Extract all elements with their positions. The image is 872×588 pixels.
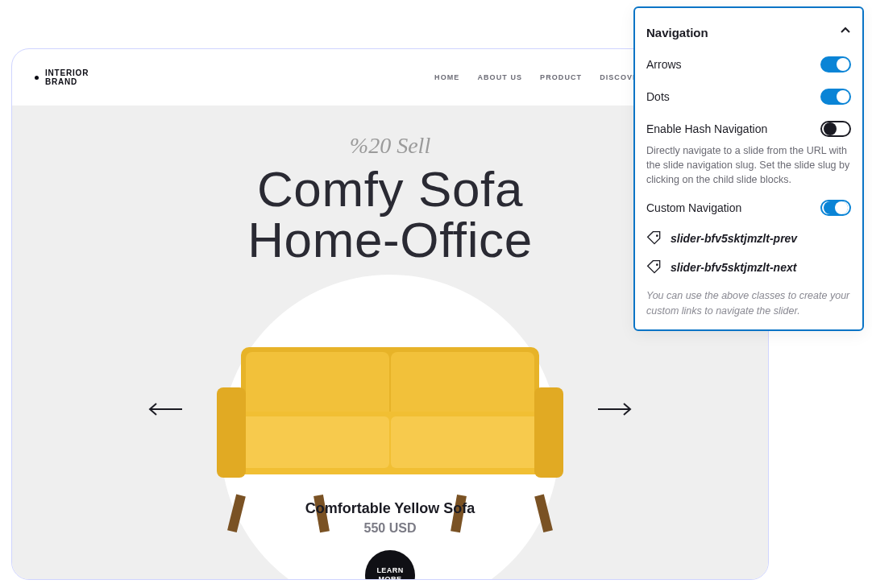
menu-item-product[interactable]: PRODUCT bbox=[540, 73, 582, 81]
brand[interactable]: INTERIOR BRAND bbox=[35, 68, 89, 86]
arrow-right-icon bbox=[596, 403, 632, 416]
menu-item-home[interactable]: HOME bbox=[434, 73, 459, 81]
dots-label: Dots bbox=[646, 90, 670, 103]
brand-text: INTERIOR BRAND bbox=[45, 68, 89, 86]
dots-toggle[interactable] bbox=[820, 89, 851, 105]
next-class-name[interactable]: slider-bfv5sktjmzlt-next bbox=[671, 261, 796, 274]
svg-point-3 bbox=[656, 264, 658, 267]
menu-item-about[interactable]: ABOUT US bbox=[477, 73, 522, 81]
custom-nav-hint: You can use the above classes to create … bbox=[646, 288, 851, 317]
collapse-panel-button[interactable] bbox=[840, 25, 851, 39]
prev-class-row: slider-bfv5sktjmzlt-prev bbox=[646, 224, 851, 253]
brand-dot-icon bbox=[35, 76, 39, 80]
slider-prev-arrow[interactable] bbox=[147, 402, 185, 416]
promo-text: %20 Sell bbox=[350, 133, 430, 159]
product-name: Comfortable Yellow Sofa bbox=[305, 500, 475, 517]
hash-nav-label: Enable Hash Navigation bbox=[646, 122, 767, 135]
arrow-left-icon bbox=[148, 403, 184, 416]
next-class-row: slider-bfv5sktjmzlt-next bbox=[646, 253, 851, 282]
panel-title: Navigation bbox=[646, 26, 708, 39]
hash-nav-description: Directly navigate to a slide from the UR… bbox=[646, 143, 851, 187]
product-price: 550 USD bbox=[364, 521, 417, 536]
tag-icon bbox=[646, 259, 662, 275]
arrows-toggle[interactable] bbox=[820, 56, 851, 72]
hero-heading: Comfy Sofa Home-Office bbox=[247, 164, 533, 265]
custom-nav-toggle[interactable] bbox=[820, 200, 851, 216]
prev-class-name[interactable]: slider-bfv5sktjmzlt-prev bbox=[671, 232, 797, 245]
arrows-label: Arrows bbox=[646, 58, 682, 71]
chevron-up-icon bbox=[840, 25, 851, 36]
hash-nav-toggle[interactable] bbox=[820, 121, 851, 137]
slider-next-arrow[interactable] bbox=[596, 402, 633, 416]
tag-icon bbox=[646, 230, 662, 246]
navigation-settings-panel: Navigation Arrows Dots Enable Hash Navig… bbox=[633, 6, 864, 331]
svg-point-2 bbox=[656, 235, 658, 238]
custom-nav-label: Custom Navigation bbox=[646, 201, 741, 214]
